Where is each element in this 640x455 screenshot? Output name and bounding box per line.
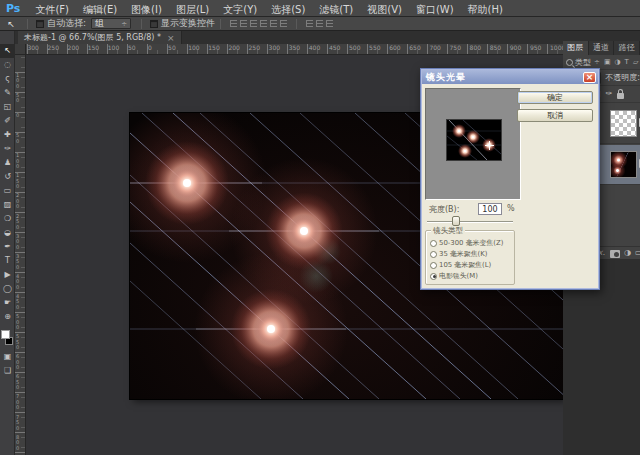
ruler-label: 5 0 0 [16,314,19,331]
ruler-label: 700 [429,44,440,51]
eyedropper-tool[interactable]: ✐ [0,114,15,128]
ruler-label: 4 5 0 [16,294,19,311]
lock-pixels-icon[interactable]: ✑ [606,89,613,99]
align-icon [280,20,287,27]
dialog-titlebar[interactable]: 镜头光晕 × [422,70,598,84]
ruler-label: 200 [228,44,239,51]
pixel-filter-icon[interactable]: ▣ [604,58,611,66]
healing-brush-tool[interactable]: ✚ [0,128,15,142]
adjustment-layer-button[interactable]: ◑ [624,248,631,257]
type-filter-icon[interactable]: T [625,58,629,66]
slider-thumb[interactable] [452,216,460,226]
menu-item[interactable]: 编辑(E) [76,4,124,15]
lens-option[interactable]: 35 毫米聚焦(K) [430,249,492,259]
lens-option[interactable]: 电影镜头(M) [430,271,481,281]
radio-icon[interactable] [430,262,437,269]
lens-option[interactable]: 50-300 毫米变焦(Z) [430,238,509,248]
brightness-input[interactable]: 100 [478,203,502,215]
quick-mask-button[interactable]: ▣ [0,350,15,364]
options-bar: ↖ 自动选择: 组 ÷ 显示变换控件 [0,17,640,31]
cancel-button[interactable]: 取消 [517,109,593,122]
panel-tab[interactable]: 通道 [589,41,615,55]
ruler-label: 3 0 0 [16,234,19,251]
flare-preview-thumbnail[interactable] [447,120,501,160]
adjustment-filter-icon[interactable]: ◑ [615,58,621,66]
foreground-color-swatch[interactable] [1,330,10,339]
blur-tool[interactable]: ❍ [0,212,15,226]
ruler-label: 600 [389,44,400,51]
clone-stamp-tool[interactable]: ♟ [0,156,15,170]
separator [220,19,221,29]
separator [141,19,142,29]
auto-select-checkbox[interactable] [36,20,44,28]
quick-selection-tool[interactable]: ✎ [0,86,15,100]
ruler-label: 900 [510,44,521,51]
ruler-label: 7 5 0 [16,415,19,432]
search-icon [566,59,573,66]
flare-preview-area[interactable] [425,88,521,200]
ruler-label: 5 0 [16,133,19,144]
radio-icon[interactable] [430,273,437,280]
shape-tool[interactable]: ◯ [0,282,15,296]
lens-flare-dialog: 镜头光晕 × 确定 取消 亮度(B): 100 % 镜头类型 50-300 毫米… [420,68,600,290]
shape-filter-icon[interactable]: ▱ [633,58,638,66]
menu-item[interactable]: 文字(Y) [216,4,264,15]
menu-item[interactable]: 帮助(H) [461,4,510,15]
menu-item[interactable]: 窗口(W) [409,4,461,15]
lasso-tool[interactable]: ς [0,72,15,86]
menu-item[interactable]: 视图(V) [360,4,409,15]
flare-center-crosshair[interactable] [485,141,494,150]
brush-tool[interactable]: ✑ [0,142,15,156]
distribute-buttons [306,20,333,27]
filter-type-label[interactable]: 类型 [575,57,591,68]
lens-option-label: 105 毫米聚焦(L) [439,260,491,269]
document-tab[interactable]: 未标题-1 @ 66.7%(图层 5, RGB/8) * × [18,31,182,44]
panel-tab[interactable]: 路径 [614,41,640,55]
layer-thumbnail[interactable] [610,110,637,137]
new-group-button[interactable]: ▭ [635,248,640,257]
dodge-tool[interactable]: ◒ [0,226,15,240]
show-transform-label: 显示变换控件 [161,17,215,30]
tab-close-icon[interactable]: × [167,33,175,43]
move-tool[interactable]: ↖ [0,44,15,58]
current-tool-icon[interactable]: ↖ [0,19,22,29]
ruler-label: 3 5 0 [16,254,19,271]
panel-tab[interactable]: 图层 [563,41,589,55]
hand-tool[interactable]: ☛ [0,296,15,310]
menu-item[interactable]: 图层(L) [169,4,216,15]
separator [296,19,297,29]
type-tool[interactable]: T [0,254,15,268]
ruler-label: 5 0 [16,93,19,104]
lock-all-icon[interactable] [617,93,624,99]
radio-icon[interactable] [430,251,437,258]
zoom-tool[interactable]: ⊕ [0,310,15,324]
marquee-tool[interactable]: ◌ [0,58,15,72]
pen-tool[interactable]: ✒ [0,240,15,254]
add-mask-button[interactable] [610,250,620,258]
lens-option[interactable]: 105 毫米聚焦(L) [430,260,496,270]
path-selection-tool[interactable]: ▶ [0,268,15,282]
ruler-label: 850 [490,44,501,51]
eraser-tool[interactable]: ▭ [0,184,15,198]
menu-item[interactable]: 图像(I) [124,4,169,15]
radio-icon[interactable] [430,240,437,247]
screen-mode-button[interactable]: ❏ [0,364,15,378]
auto-select-dropdown[interactable]: 组 ÷ [91,18,131,29]
color-swatches[interactable] [0,328,15,350]
show-transform-checkbox[interactable] [150,20,158,28]
layer-thumbnail[interactable] [610,151,637,178]
history-brush-tool[interactable]: ↺ [0,170,15,184]
dropdown-arrow-icon: ÷ [594,58,600,66]
menu-item[interactable]: 滤镜(T) [312,4,360,15]
gradient-tool[interactable]: ▨ [0,198,15,212]
slider-track [427,221,513,222]
percent-label: % [507,204,515,213]
ruler-label: 200 [68,44,79,51]
panel-tabs: 图层通道路径 [563,41,640,55]
ruler-label: 0 [16,113,19,119]
menu-item[interactable]: 文件(F) [28,4,76,15]
menu-item[interactable]: 选择(S) [264,4,312,15]
crop-tool[interactable]: ◱ [0,100,15,114]
ok-button[interactable]: 确定 [517,91,593,104]
dialog-close-button[interactable]: × [583,72,596,83]
